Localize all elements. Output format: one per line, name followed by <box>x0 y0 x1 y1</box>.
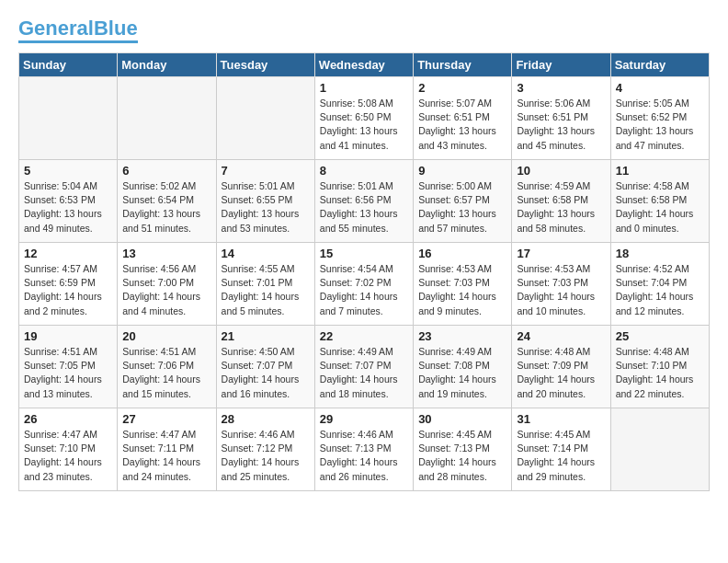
day-number: 26 <box>24 412 112 426</box>
calendar-day-1: 1Sunrise: 5:08 AM Sunset: 6:50 PM Daylig… <box>314 77 413 160</box>
calendar-week-4: 19Sunrise: 4:51 AM Sunset: 7:05 PM Dayli… <box>19 326 710 408</box>
calendar-day-25: 25Sunrise: 4:48 AM Sunset: 7:10 PM Dayli… <box>610 326 709 408</box>
logo-blue: Blue <box>94 17 138 40</box>
col-header-saturday: Saturday <box>610 53 709 77</box>
day-number: 19 <box>24 329 112 343</box>
day-info: Sunrise: 4:51 AM Sunset: 7:05 PM Dayligh… <box>24 345 112 401</box>
day-info: Sunrise: 4:52 AM Sunset: 7:04 PM Dayligh… <box>616 262 704 318</box>
calendar-body: 1Sunrise: 5:08 AM Sunset: 6:50 PM Daylig… <box>19 77 710 491</box>
calendar-day-28: 28Sunrise: 4:46 AM Sunset: 7:12 PM Dayli… <box>216 408 314 491</box>
day-info: Sunrise: 4:56 AM Sunset: 7:00 PM Dayligh… <box>122 262 210 318</box>
day-number: 21 <box>222 329 310 343</box>
day-number: 20 <box>122 329 210 343</box>
day-info: Sunrise: 4:46 AM Sunset: 7:13 PM Dayligh… <box>320 428 408 484</box>
calendar-day-18: 18Sunrise: 4:52 AM Sunset: 7:04 PM Dayli… <box>610 243 709 326</box>
calendar-day-empty <box>610 408 709 491</box>
day-number: 30 <box>418 412 506 426</box>
day-info: Sunrise: 4:49 AM Sunset: 7:08 PM Dayligh… <box>418 345 506 401</box>
day-info: Sunrise: 5:08 AM Sunset: 6:50 PM Dayligh… <box>320 97 408 153</box>
day-number: 2 <box>418 81 506 95</box>
logo: GeneralBlue <box>18 18 138 43</box>
day-number: 16 <box>418 247 506 260</box>
calendar-day-29: 29Sunrise: 4:46 AM Sunset: 7:13 PM Dayli… <box>314 408 413 491</box>
day-number: 3 <box>517 81 605 95</box>
day-number: 4 <box>616 81 704 95</box>
calendar-day-24: 24Sunrise: 4:48 AM Sunset: 7:09 PM Dayli… <box>512 326 610 408</box>
calendar-day-4: 4Sunrise: 5:05 AM Sunset: 6:52 PM Daylig… <box>610 77 709 160</box>
calendar-day-15: 15Sunrise: 4:54 AM Sunset: 7:02 PM Dayli… <box>314 243 413 326</box>
calendar-day-5: 5Sunrise: 5:04 AM Sunset: 6:53 PM Daylig… <box>19 160 118 243</box>
logo-divider <box>18 40 138 43</box>
day-info: Sunrise: 5:00 AM Sunset: 6:57 PM Dayligh… <box>418 179 506 236</box>
calendar-day-empty <box>118 77 216 160</box>
day-number: 12 <box>24 247 112 260</box>
day-number: 22 <box>320 329 408 343</box>
calendar-day-7: 7Sunrise: 5:01 AM Sunset: 6:55 PM Daylig… <box>216 160 314 243</box>
col-header-thursday: Thursday <box>414 53 512 77</box>
calendar-day-9: 9Sunrise: 5:00 AM Sunset: 6:57 PM Daylig… <box>414 160 512 243</box>
day-info: Sunrise: 4:55 AM Sunset: 7:01 PM Dayligh… <box>222 262 310 318</box>
calendar-day-3: 3Sunrise: 5:06 AM Sunset: 6:51 PM Daylig… <box>512 77 610 160</box>
calendar-day-23: 23Sunrise: 4:49 AM Sunset: 7:08 PM Dayli… <box>414 326 512 408</box>
calendar-week-2: 5Sunrise: 5:04 AM Sunset: 6:53 PM Daylig… <box>19 160 710 243</box>
calendar-day-empty <box>216 77 314 160</box>
col-header-wednesday: Wednesday <box>314 53 413 77</box>
day-info: Sunrise: 4:58 AM Sunset: 6:58 PM Dayligh… <box>616 179 704 236</box>
calendar-day-6: 6Sunrise: 5:02 AM Sunset: 6:54 PM Daylig… <box>118 160 216 243</box>
day-number: 10 <box>517 164 605 178</box>
day-number: 28 <box>222 412 310 426</box>
logo-text: GeneralBlue <box>18 18 138 39</box>
day-number: 25 <box>616 329 704 343</box>
day-info: Sunrise: 5:07 AM Sunset: 6:51 PM Dayligh… <box>418 97 506 153</box>
calendar-day-22: 22Sunrise: 4:49 AM Sunset: 7:07 PM Dayli… <box>314 326 413 408</box>
day-info: Sunrise: 5:04 AM Sunset: 6:53 PM Dayligh… <box>24 179 112 236</box>
calendar-week-1: 1Sunrise: 5:08 AM Sunset: 6:50 PM Daylig… <box>19 77 710 160</box>
day-info: Sunrise: 4:46 AM Sunset: 7:12 PM Dayligh… <box>222 428 310 484</box>
day-info: Sunrise: 4:50 AM Sunset: 7:07 PM Dayligh… <box>222 345 310 401</box>
col-header-sunday: Sunday <box>19 53 118 77</box>
day-number: 23 <box>418 329 506 343</box>
calendar-day-26: 26Sunrise: 4:47 AM Sunset: 7:10 PM Dayli… <box>19 408 118 491</box>
day-info: Sunrise: 4:53 AM Sunset: 7:03 PM Dayligh… <box>517 262 605 318</box>
day-info: Sunrise: 4:47 AM Sunset: 7:10 PM Dayligh… <box>24 428 112 484</box>
day-number: 18 <box>616 247 704 260</box>
calendar-day-14: 14Sunrise: 4:55 AM Sunset: 7:01 PM Dayli… <box>216 243 314 326</box>
calendar-header-row: SundayMondayTuesdayWednesdayThursdayFrid… <box>19 53 710 77</box>
day-info: Sunrise: 4:45 AM Sunset: 7:13 PM Dayligh… <box>418 428 506 484</box>
col-header-friday: Friday <box>512 53 610 77</box>
calendar-day-17: 17Sunrise: 4:53 AM Sunset: 7:03 PM Dayli… <box>512 243 610 326</box>
day-info: Sunrise: 4:57 AM Sunset: 6:59 PM Dayligh… <box>24 262 112 318</box>
calendar-day-20: 20Sunrise: 4:51 AM Sunset: 7:06 PM Dayli… <box>118 326 216 408</box>
day-number: 24 <box>517 329 605 343</box>
day-info: Sunrise: 5:02 AM Sunset: 6:54 PM Dayligh… <box>122 179 210 236</box>
calendar-day-16: 16Sunrise: 4:53 AM Sunset: 7:03 PM Dayli… <box>414 243 512 326</box>
day-info: Sunrise: 4:54 AM Sunset: 7:02 PM Dayligh… <box>320 262 408 318</box>
day-info: Sunrise: 5:05 AM Sunset: 6:52 PM Dayligh… <box>616 97 704 153</box>
day-number: 15 <box>320 247 408 260</box>
day-info: Sunrise: 4:59 AM Sunset: 6:58 PM Dayligh… <box>517 179 605 236</box>
calendar-day-27: 27Sunrise: 4:47 AM Sunset: 7:11 PM Dayli… <box>118 408 216 491</box>
day-info: Sunrise: 4:53 AM Sunset: 7:03 PM Dayligh… <box>418 262 506 318</box>
day-number: 13 <box>122 247 210 260</box>
calendar-day-30: 30Sunrise: 4:45 AM Sunset: 7:13 PM Dayli… <box>414 408 512 491</box>
day-info: Sunrise: 4:49 AM Sunset: 7:07 PM Dayligh… <box>320 345 408 401</box>
day-info: Sunrise: 4:45 AM Sunset: 7:14 PM Dayligh… <box>517 428 605 484</box>
day-number: 9 <box>418 164 506 178</box>
day-info: Sunrise: 4:47 AM Sunset: 7:11 PM Dayligh… <box>122 428 210 484</box>
day-number: 11 <box>616 164 704 178</box>
day-number: 17 <box>517 247 605 260</box>
day-info: Sunrise: 4:48 AM Sunset: 7:10 PM Dayligh… <box>616 345 704 401</box>
day-number: 1 <box>320 81 408 95</box>
day-number: 7 <box>222 164 310 178</box>
day-number: 27 <box>122 412 210 426</box>
day-number: 5 <box>24 164 112 178</box>
day-info: Sunrise: 5:01 AM Sunset: 6:56 PM Dayligh… <box>320 179 408 236</box>
day-number: 31 <box>517 412 605 426</box>
page-header: GeneralBlue <box>18 18 710 43</box>
calendar-day-12: 12Sunrise: 4:57 AM Sunset: 6:59 PM Dayli… <box>19 243 118 326</box>
calendar-week-3: 12Sunrise: 4:57 AM Sunset: 6:59 PM Dayli… <box>19 243 710 326</box>
calendar-day-21: 21Sunrise: 4:50 AM Sunset: 7:07 PM Dayli… <box>216 326 314 408</box>
day-info: Sunrise: 5:06 AM Sunset: 6:51 PM Dayligh… <box>517 97 605 153</box>
col-header-tuesday: Tuesday <box>216 53 314 77</box>
calendar-day-2: 2Sunrise: 5:07 AM Sunset: 6:51 PM Daylig… <box>414 77 512 160</box>
